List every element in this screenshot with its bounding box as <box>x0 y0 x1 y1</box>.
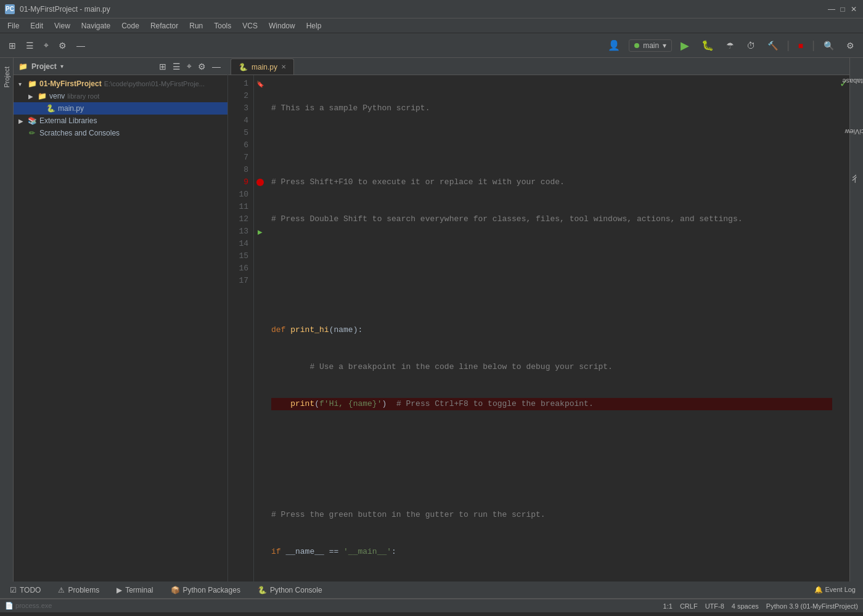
kanji-panel-tab[interactable]: 彳 <box>850 165 864 170</box>
code-comment-8: # Use a breakpoint in the code line belo… <box>271 361 613 373</box>
search-everywhere-btn[interactable]: 🔍 <box>820 38 838 53</box>
menu-edit[interactable]: Edit <box>25 20 48 31</box>
locate-btn[interactable]: ⌖ <box>40 38 52 53</box>
editor-right-margin: ✓ <box>837 75 849 582</box>
encoding[interactable]: UTF-8 <box>705 602 724 610</box>
tab-close-btn[interactable]: ✕ <box>281 63 286 70</box>
gutter-1: 🔖 <box>254 78 266 90</box>
run-button[interactable]: ▶ <box>677 36 693 55</box>
bottom-tabs: ☑ TODO ⚠ Problems ▶ Terminal 📦 Python Pa… <box>0 582 863 599</box>
gutter-12 <box>254 213 266 225</box>
menu-code[interactable]: Code <box>117 20 144 31</box>
title-bar-controls: — □ ✕ <box>827 5 858 14</box>
mainpy-icon: 🐍 <box>46 103 55 113</box>
project-minus-btn[interactable]: — <box>210 60 223 72</box>
run-configuration[interactable]: main ▾ <box>629 39 672 52</box>
project-gear-btn[interactable]: ⚙ <box>196 60 208 72</box>
separator: | <box>787 39 790 52</box>
indent-info[interactable]: 4 spaces <box>732 602 759 610</box>
bottom-tab-problems[interactable]: ⚠ Problems <box>51 583 107 597</box>
tab-label: main.py <box>252 63 277 71</box>
gutter-13-run[interactable]: ▶ <box>254 225 266 238</box>
bottom-tab-python-packages[interactable]: 📦 Python Packages <box>163 583 248 597</box>
tree-scratches[interactable]: ▶ ✏ Scratches and Consoles <box>14 127 227 139</box>
venv-folder-icon: 📁 <box>37 91 47 101</box>
code-comment-4: # Press Double Shift to search everywher… <box>271 213 743 225</box>
print-func: print <box>290 398 314 410</box>
gutter-9-breakpoint[interactable] <box>254 176 266 188</box>
status-left: 📄 process.exe <box>5 602 52 610</box>
tree-ext-libs[interactable]: ▶ 📚 External Libraries <box>14 115 227 127</box>
menu-view[interactable]: View <box>49 20 75 31</box>
collapse-all-btn[interactable]: ☰ <box>22 38 38 53</box>
close-button[interactable]: ✕ <box>849 5 858 14</box>
project-collapse-btn[interactable]: ☰ <box>171 60 182 72</box>
project-panel-title: Project <box>31 62 57 71</box>
event-log-label: Event Log <box>825 586 856 593</box>
ide-settings-btn[interactable]: ⚙ <box>843 38 858 53</box>
debug-button[interactable]: 🐛 <box>698 37 718 54</box>
stop-button[interactable]: ■ <box>795 38 807 53</box>
code-line-2 <box>271 139 832 152</box>
tree-mainpy[interactable]: ▶ 🐍 main.py <box>14 102 227 115</box>
git-avatar-btn[interactable]: 👤 <box>604 37 624 54</box>
console-icon: 🐍 <box>258 586 267 594</box>
menu-help[interactable]: Help <box>301 20 327 31</box>
paren-close: ): <box>353 324 363 336</box>
status-process: 📄 process.exe <box>5 602 52 610</box>
scratches-name: Scratches and Consoles <box>39 129 120 137</box>
tab-mainpy[interactable]: 🐍 main.py ✕ <box>231 59 294 75</box>
menu-tools[interactable]: Tools <box>209 20 236 31</box>
code-comment-1: # This is a sample Python script. <box>271 102 430 115</box>
bottom-tab-todo[interactable]: ☑ TODO <box>2 583 48 597</box>
terminal-label: Terminal <box>125 586 153 594</box>
folder-icon: 📁 <box>18 62 28 71</box>
project-structure-btn[interactable]: ⊞ <box>5 38 20 53</box>
close-panel-btn[interactable]: — <box>73 38 89 53</box>
project-expand-btn[interactable]: ⊞ <box>157 60 168 72</box>
line-numbers: 1 2 3 4 5 6 7 8 9 10 11 12 13 14 15 16 1… <box>228 75 254 582</box>
menu-window[interactable]: Window <box>264 20 300 31</box>
code-editor[interactable]: # This is a sample Python script. # Pres… <box>266 75 837 582</box>
gutter-8 <box>254 164 266 176</box>
maximize-button[interactable]: □ <box>838 5 847 14</box>
database-panel-tab[interactable]: Database <box>838 76 863 86</box>
project-locate-btn[interactable]: ⌖ <box>185 60 194 72</box>
tree-arrow-venv: ▶ <box>28 93 37 100</box>
project-tab-vertical[interactable]: Project <box>2 63 12 91</box>
run-config-chevron: ▾ <box>663 41 666 50</box>
root-name: 01-MyFirstProject <box>39 79 102 88</box>
menu-vcs[interactable]: VCS <box>237 20 263 31</box>
minimize-button[interactable]: — <box>827 5 836 14</box>
settings-btn[interactable]: ⚙ <box>55 38 70 53</box>
paren-close-9: ) <box>382 398 396 410</box>
gutter-5 <box>254 127 266 139</box>
sciview-panel-tab[interactable]: SciView <box>841 128 863 137</box>
paren-open: ( <box>329 324 334 336</box>
menu-refactor[interactable]: Refactor <box>145 20 183 31</box>
cursor-position[interactable]: 1:1 <box>663 602 673 610</box>
menu-navigate[interactable]: Navigate <box>76 20 115 31</box>
coverage-button[interactable]: ☂ <box>722 38 738 53</box>
menu-file[interactable]: File <box>2 20 24 31</box>
event-log-button[interactable]: 🔔 Event Log <box>809 585 861 595</box>
ext-libs-icon: 📚 <box>27 116 37 126</box>
bottom-tab-python-console[interactable]: 🐍 Python Console <box>250 583 330 597</box>
gutter-10 <box>254 188 266 201</box>
menu-run[interactable]: Run <box>184 20 208 31</box>
tree-root[interactable]: ▾ 📁 01-MyFirstProject E:\code\python\01-… <box>14 78 227 90</box>
console-label: Python Console <box>270 586 322 594</box>
profile-button[interactable]: ⏱ <box>743 38 759 53</box>
project-panel-header: 📁 Project ▾ ⊞ ☰ ⌖ ⚙ — <box>14 58 227 75</box>
title-bar: PC 01-MyFirstProject - main.py — □ ✕ <box>0 0 863 18</box>
colon-13: : <box>391 546 396 558</box>
bottom-tab-terminal[interactable]: ▶ Terminal <box>109 583 160 597</box>
code-line-5 <box>271 250 832 262</box>
tree-venv[interactable]: ▶ 📁 venv library root <box>14 90 227 102</box>
window-title: 01-MyFirstProject - main.py <box>20 5 110 14</box>
build-button[interactable]: 🔨 <box>764 38 782 53</box>
breakpoint-marker[interactable] <box>256 179 264 186</box>
gutter-6 <box>254 139 266 152</box>
line-ending[interactable]: CRLF <box>680 602 698 610</box>
interpreter-info[interactable]: Python 3.9 (01-MyFirstProject) <box>766 602 858 610</box>
